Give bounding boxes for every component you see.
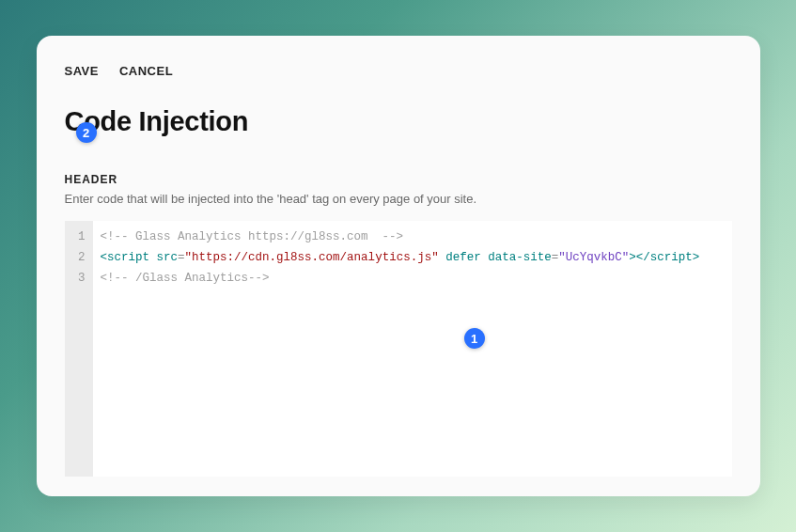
code-text: = [178,251,185,264]
code-attr: defer [445,251,481,264]
code-tag: script [107,251,149,264]
section-desc: Enter code that will be injected into th… [65,192,732,206]
code-quote: " [185,251,193,264]
line-number: 3 [72,268,86,289]
editor-gutter: 1 2 3 [65,221,93,477]
save-button[interactable]: SAVE [65,64,99,78]
code-comment: <!-- Glass Analytics https://gl8ss.com -… [101,230,404,243]
code-editor[interactable]: 1 2 3 <!-- Glass Analytics https://gl8ss… [65,221,732,477]
code-tag: > [693,251,700,264]
line-number: 2 [72,247,86,268]
code-tag: script [650,251,693,264]
code-quote: " [558,251,566,264]
code-attr: src [157,251,179,264]
annotation-badge-2: 2 [76,122,97,143]
code-string: https://cdn.gl8ss.com/analytics.js [192,251,431,264]
editor-content[interactable]: <!-- Glass Analytics https://gl8ss.com -… [93,221,732,477]
cancel-button[interactable]: CANCEL [119,64,173,78]
section-label-header: HEADER [65,173,732,186]
code-tag: < [101,251,108,264]
code-comment: <!-- /Glass Analytics--> [101,272,270,285]
annotation-badge-1: 1 [464,328,485,349]
settings-card: SAVE CANCEL Code Injection HEADER Enter … [37,36,760,496]
line-number: 1 [72,227,86,247]
code-attr: data-site [488,251,552,264]
code-tag: > [629,251,636,264]
action-bar: SAVE CANCEL [65,64,732,78]
page-title: Code Injection [65,106,732,137]
code-tag: </ [636,251,650,264]
code-string: UcYqvkbC [566,251,622,264]
code-text [149,251,157,264]
code-quote: " [431,251,439,264]
